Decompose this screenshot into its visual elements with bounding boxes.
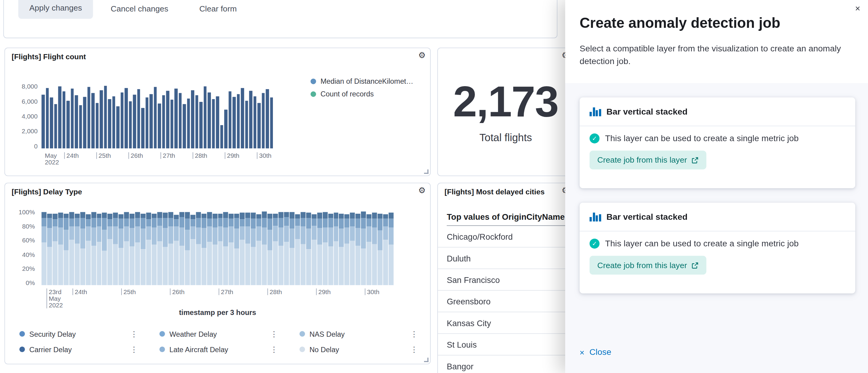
stacked-bar [223,212,228,285]
legend-label: Count of records [321,90,374,98]
bar-segment [185,250,189,285]
bar-segment [168,244,173,285]
resize-handle-icon[interactable] [424,169,429,174]
bar-segment [146,213,151,219]
create-job-button[interactable]: Create job from this layer [590,256,706,275]
bar-segment [63,218,68,230]
bar-segment [58,213,63,218]
legend-actions-icon[interactable]: ⋮ [128,345,140,354]
x-axis-label: 27th [218,288,233,295]
stacked-bar [58,213,63,285]
bar-segment [119,248,124,285]
clear-form-button[interactable]: Clear form [199,4,237,13]
bar-segment [383,240,388,285]
bar-segment [367,219,371,227]
bar-segment [207,242,212,285]
bar-segment [268,229,272,250]
close-flyout-link[interactable]: × Close [580,347,612,357]
stacked-bar [168,212,173,285]
bar [253,96,256,148]
x-axis-label: 27th [160,152,175,159]
bar-segment [63,213,68,218]
bar-segment [146,240,151,285]
table-row[interactable]: St Louis [438,334,569,355]
gear-icon[interactable]: ⚙ [418,186,426,194]
bar-segment [58,218,63,227]
legend-actions-icon[interactable]: ⋮ [408,330,420,338]
table-row[interactable]: Bangor [438,355,569,373]
bar-segment [306,213,311,218]
flyout-description: Select a compatible layer from the visua… [580,42,859,67]
layer-card: Bar vertical stacked ✓ This layer can be… [580,97,855,188]
bar-segment [389,213,394,219]
stacked-bar [361,211,366,285]
stacked-bar [152,213,157,285]
create-job-button[interactable]: Create job from this layer [590,151,706,169]
bar-segment [174,219,179,227]
legend-label: No Delay [309,345,339,353]
close-label: Close [589,347,612,357]
bar-segment [289,248,294,285]
table-row[interactable]: Greensboro [438,291,569,312]
panel-title: [Flights] Delay Type [11,188,82,196]
close-icon[interactable]: × [855,4,860,13]
y-axis-label: 40% [13,251,35,258]
legend-entry[interactable]: Late Aircraft Delay [160,345,228,353]
bar-segment [41,243,46,285]
bar-segment [350,227,355,241]
legend-actions-icon[interactable]: ⋮ [268,330,280,338]
table-row[interactable]: Chicago/Rockford [438,226,569,247]
stacked-bar [312,214,316,285]
bar [95,103,98,148]
bar-segment [141,213,146,218]
legend-actions-icon[interactable]: ⋮ [128,330,140,338]
bar [112,96,115,148]
bar-segment [377,230,382,250]
table-row[interactable]: Kansas City [438,312,569,334]
bar-segment [262,227,267,245]
bar-segment [168,218,173,227]
bar-segment [345,227,349,243]
bar-segment [152,218,157,227]
bar-segment [334,227,339,241]
table-header[interactable]: Top values of OriginCityName [447,208,569,226]
bar-segment [141,229,146,249]
legend-item: Carrier Delay⋮ [19,342,140,357]
bar-segment [289,219,294,229]
bar-segment [69,240,74,285]
stacked-bar [251,213,256,285]
legend-entry[interactable]: Security Delay [19,330,75,338]
bar-segment [389,227,394,245]
bar-segment [301,244,305,285]
metric-value: 2,173 [453,80,558,123]
bar [116,106,119,148]
legend-entry[interactable]: NAS Delay [300,330,345,338]
bar-segment [245,218,250,227]
bar-segment [372,227,377,244]
bar-segment [312,226,316,240]
legend-entry[interactable]: Carrier Delay [19,345,72,353]
bar-segment [312,240,316,285]
cancel-changes-button[interactable]: Cancel changes [111,4,168,13]
legend-item[interactable]: Median of DistanceKilomet… [311,77,413,85]
legend-actions-icon[interactable]: ⋮ [408,345,420,354]
bar-segment [163,218,167,228]
resize-handle-icon[interactable] [424,358,429,362]
bar-segment [86,219,90,227]
apply-changes-button[interactable]: Apply changes [18,0,93,19]
bar-segment [135,212,140,218]
bar-segment [284,217,289,226]
bar-segment [63,250,68,285]
legend-actions-icon[interactable]: ⋮ [268,345,280,354]
bar-segment [152,227,157,245]
legend-entry[interactable]: Weather Delay [160,330,217,338]
gear-icon[interactable]: ⚙ [418,51,426,59]
legend-entry[interactable]: No Delay [300,345,339,353]
stacked-bar [174,215,179,285]
table-row[interactable]: Duluth [438,248,569,269]
table-row[interactable]: San Francisco [438,269,569,290]
stacked-bar [207,212,212,285]
bar-segment [389,245,394,285]
bar [257,103,260,148]
legend-item[interactable]: Count of records [311,90,413,98]
